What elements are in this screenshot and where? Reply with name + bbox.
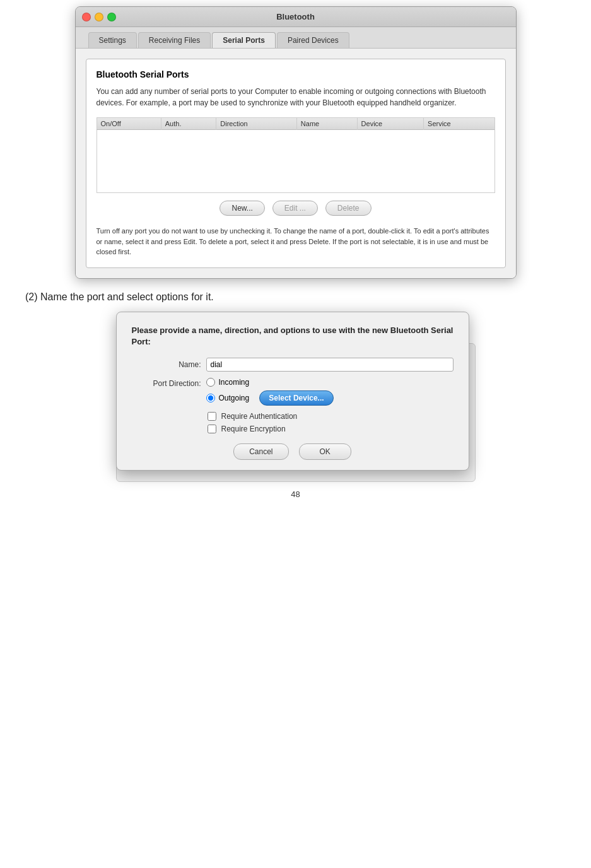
- outgoing-row: Outgoing Select Device...: [206, 390, 334, 406]
- cancel-button[interactable]: Cancel: [233, 443, 288, 460]
- window-controls: [82, 13, 116, 21]
- window-title: Bluetooth: [276, 12, 315, 21]
- dialog-button-row: Cancel OK: [132, 443, 453, 460]
- select-device-button[interactable]: Select Device...: [259, 390, 333, 406]
- dialog-area: Serial Ports You can add any number of s…: [116, 312, 476, 471]
- titlebar: Bluetooth: [76, 7, 516, 27]
- col-name: Name: [296, 118, 357, 130]
- direction-row: Port Direction: Incoming Outgoing Select…: [132, 378, 453, 406]
- require-enc-row: Require Encryption: [208, 425, 453, 433]
- incoming-row: Incoming: [206, 378, 334, 387]
- outgoing-radio[interactable]: [206, 394, 215, 402]
- tab-paired-devices[interactable]: Paired Devices: [277, 32, 349, 48]
- require-enc-checkbox[interactable]: [208, 425, 216, 433]
- incoming-radio[interactable]: [206, 378, 215, 387]
- new-port-dialog: Please provide a name, direction, and op…: [116, 312, 469, 471]
- panel-title: Bluetooth Serial Ports: [97, 69, 495, 79]
- col-auth: Auth.: [161, 118, 216, 130]
- delete-button[interactable]: Delete: [325, 201, 372, 216]
- minimize-button[interactable]: [95, 13, 103, 21]
- col-service: Service: [424, 118, 494, 130]
- require-auth-label: Require Authentication: [221, 412, 298, 421]
- instruction-text: (2) Name the port and select options for…: [25, 291, 566, 303]
- table-row: [97, 130, 494, 193]
- radio-group: Incoming Outgoing Select Device...: [206, 378, 334, 406]
- ok-button[interactable]: OK: [299, 443, 351, 460]
- tab-serial-ports[interactable]: Serial Ports: [212, 32, 276, 48]
- name-input[interactable]: [206, 358, 453, 372]
- button-row: New... Edit ... Delete: [97, 201, 495, 216]
- serial-ports-panel: Bluetooth Serial Ports You can add any n…: [86, 59, 506, 268]
- tab-receiving-files[interactable]: Receiving Files: [138, 32, 211, 48]
- direction-label: Port Direction:: [132, 378, 201, 388]
- tab-settings[interactable]: Settings: [88, 32, 137, 48]
- col-direction: Direction: [216, 118, 297, 130]
- dialog-title: Please provide a name, direction, and op…: [132, 325, 453, 348]
- panel-description: You can add any number of serial ports t…: [97, 86, 495, 108]
- col-device: Device: [357, 118, 423, 130]
- page-number: 48: [13, 490, 578, 499]
- port-table: On/Off Auth. Direction Name Device Servi…: [97, 117, 495, 193]
- maximize-button[interactable]: [107, 13, 116, 21]
- close-button[interactable]: [82, 13, 91, 21]
- col-onoff: On/Off: [97, 118, 161, 130]
- outgoing-label: Outgoing: [219, 394, 250, 402]
- port-table-body: [97, 130, 494, 193]
- panel-footer: Turn off any port you do not want to use…: [97, 226, 495, 257]
- new-button[interactable]: New...: [219, 201, 264, 216]
- incoming-label: Incoming: [219, 378, 250, 387]
- window-content: Bluetooth Serial Ports You can add any n…: [76, 49, 516, 278]
- edit-button[interactable]: Edit ...: [272, 201, 318, 216]
- require-auth-checkbox[interactable]: [208, 412, 216, 421]
- name-label: Name:: [132, 360, 201, 369]
- bluetooth-window: Bluetooth Settings Receiving Files Seria…: [75, 6, 517, 279]
- tab-bar: Settings Receiving Files Serial Ports Pa…: [76, 27, 516, 49]
- require-auth-row: Require Authentication: [208, 412, 453, 421]
- name-row: Name:: [132, 358, 453, 372]
- require-enc-label: Require Encryption: [221, 425, 286, 433]
